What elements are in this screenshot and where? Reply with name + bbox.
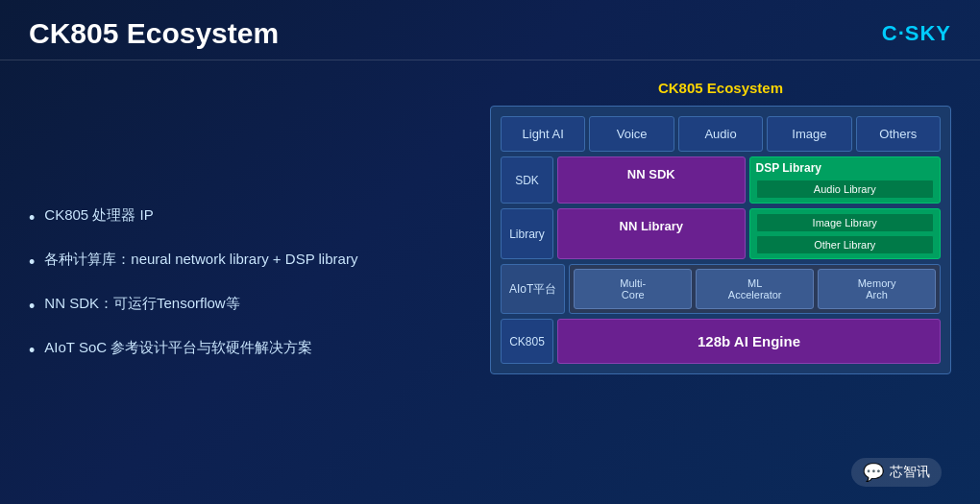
app-image: Image: [767, 116, 851, 152]
other-library: Other Library: [756, 235, 935, 254]
bullet-dot-4: •: [29, 338, 35, 364]
dsp-library-title: DSP Library: [756, 161, 935, 175]
ck805-label: CK805: [501, 319, 553, 364]
aiot-ml-accelerator: MLAccelerator: [696, 269, 814, 309]
app-audio: Audio: [678, 116, 763, 152]
bullet-3: • NN SDK：可运行Tensorflow等: [29, 293, 461, 320]
aiot-memory-arch: MemoryArch: [818, 269, 936, 309]
app-voice: Voice: [589, 116, 674, 152]
bullet-text-3: NN SDK：可运行Tensorflow等: [44, 293, 239, 315]
main-content: • CK805 处理器 IP • 各种计算库：neural network li…: [0, 60, 980, 497]
bullet-dot-1: •: [29, 205, 35, 231]
nn-library-box: NN Library: [557, 208, 746, 259]
bullet-dot-3: •: [29, 294, 35, 320]
watermark-icon: 💬: [863, 462, 884, 483]
image-library: Image Library: [756, 213, 935, 232]
dsp-area-2: Image Library Other Library: [749, 208, 942, 259]
bullet-dot-2: •: [29, 250, 35, 276]
logo: C·SKY: [882, 21, 951, 46]
aiot-cells: Multi-Core MLAccelerator MemoryArch: [569, 264, 941, 314]
library-row: Library NN Library Image Library Other L…: [501, 208, 941, 259]
ai-engine-box: 128b AI Engine: [557, 319, 941, 364]
nn-sdk-box: NN SDK: [557, 156, 746, 204]
diagram-container: Light AI Voice Audio Image Others SDK NN…: [490, 106, 951, 374]
watermark: 💬 芯智讯: [851, 458, 942, 487]
aiot-row: AIoT平台 Multi-Core MLAccelerator MemoryAr…: [501, 264, 941, 314]
app-others: Others: [856, 116, 941, 152]
right-panel: CK805 Ecosystem Light AI Voice Audio Ima…: [490, 80, 951, 488]
ck805-row: CK805 128b AI Engine: [501, 319, 941, 364]
dsp-area: DSP Library Audio Library: [749, 156, 942, 204]
aiot-label: AIoT平台: [501, 264, 565, 314]
audio-library: Audio Library: [756, 180, 935, 199]
sdk-label: SDK: [501, 156, 553, 204]
bullet-text-2: 各种计算库：neural network library + DSP libra…: [44, 249, 357, 271]
header: CK805 Ecosystem C·SKY: [0, 0, 980, 60]
bullet-4: • AIoT SoC 参考设计平台与软硬件解决方案: [29, 337, 461, 364]
page-title: CK805 Ecosystem: [29, 17, 279, 50]
bullet-text-1: CK805 处理器 IP: [44, 204, 153, 227]
bullet-2: • 各种计算库：neural network library + DSP lib…: [29, 249, 461, 276]
aiot-multi-core: Multi-Core: [574, 269, 692, 309]
watermark-text: 芯智讯: [890, 464, 930, 481]
left-panel: • CK805 处理器 IP • 各种计算库：neural network li…: [29, 80, 461, 488]
apps-row: Light AI Voice Audio Image Others: [501, 116, 941, 152]
bullet-text-4: AIoT SoC 参考设计平台与软硬件解决方案: [44, 337, 312, 359]
app-light-ai: Light AI: [501, 116, 585, 152]
sdk-row: SDK NN SDK DSP Library Audio Library: [501, 156, 941, 204]
diagram-title: CK805 Ecosystem: [658, 80, 783, 96]
library-label: Library: [501, 208, 553, 259]
bullet-1: • CK805 处理器 IP: [29, 204, 461, 231]
